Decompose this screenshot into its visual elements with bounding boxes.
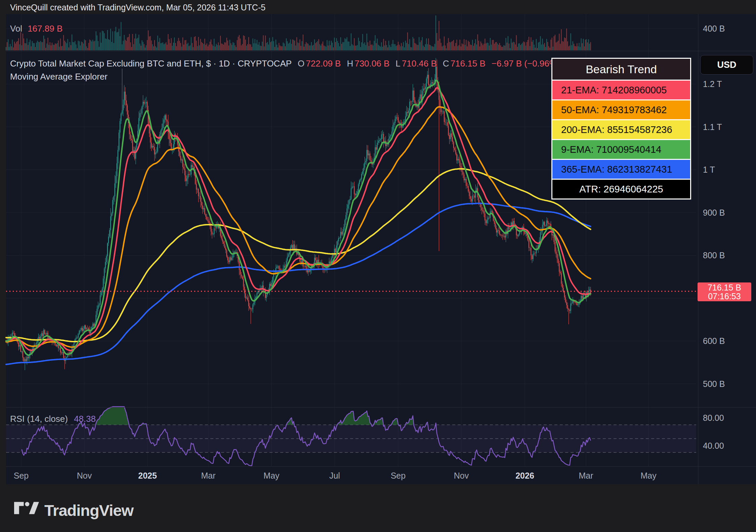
legend-trend-title: Bearish Trend [552, 59, 690, 80]
ma-explorer-legend: Bearish Trend 21-EMA: 71420896000550-EMA… [551, 58, 691, 200]
tradingview-logo-icon [14, 502, 39, 519]
ohlc-close-value: 716.15 B [451, 58, 486, 69]
legend-row: 50-EMA: 749319783462 [552, 99, 690, 119]
rsi-axis-tick: 40.00 [703, 441, 724, 451]
time-axis-month-label: Mar [569, 471, 603, 481]
legend-row: 200-EMA: 855154587236 [552, 119, 690, 139]
ohlc-change: −6.97 B (−0.96%) [492, 58, 560, 69]
symbol-title-row: Crypto Total Market Cap Excluding BTC an… [10, 58, 560, 69]
price-axis-tick: 1 T [703, 165, 715, 175]
time-axis-month-label: Sep [381, 471, 415, 481]
price-axis-tick: 900 B [703, 208, 725, 218]
legend-rows: 21-EMA: 71420896000550-EMA: 749319783462… [552, 80, 690, 198]
legend-row: 21-EMA: 714208960005 [552, 80, 690, 99]
ohlc-high-label: H [347, 58, 353, 69]
currency-toggle-button[interactable]: USD [700, 55, 753, 75]
volume-axis-tick: 400 B [703, 24, 725, 34]
ohlc-high-value: 730.06 B [354, 58, 389, 69]
tradingview-chart-page: VinceQuill created with TradingView.com,… [0, 0, 756, 532]
ohlc-open: O722.09 B [298, 58, 341, 69]
time-axis-month-label: Nov [68, 471, 101, 481]
rsi-axis-tick: 80.00 [703, 413, 724, 423]
indicator-title[interactable]: Moving Average Explorer [10, 72, 108, 82]
time-axis-month-label: Sep [4, 471, 38, 481]
volume-label[interactable]: Vol [10, 24, 22, 34]
legend-row: ATR: 26946064225 [552, 179, 690, 198]
price-axis-tick: 500 B [703, 379, 725, 389]
time-axis-month-label: Jul [318, 471, 351, 481]
ohlc-open-label: O [298, 58, 304, 69]
last-price-value: 716.15 B [698, 283, 751, 292]
time-axis-month-label: May [632, 471, 665, 481]
ohlc-close-label: C [443, 58, 449, 69]
last-price-countdown: 07:16:53 [698, 292, 751, 301]
legend-row: 365-EMA: 862313827431 [552, 159, 690, 179]
price-axis-tick: 800 B [703, 251, 725, 260]
ohlc-low-label: L [395, 58, 400, 69]
volume-indicator-row: Vol 167.89 B [10, 24, 62, 34]
time-axis-month-label: Nov [445, 471, 478, 481]
price-axis-tick: 600 B [703, 336, 725, 346]
tradingview-logo[interactable]: TradingView [14, 501, 133, 520]
ohlc-open-value: 722.09 B [306, 58, 341, 69]
price-axis-tick: 1.2 T [703, 79, 722, 89]
time-axis-month-label: Mar [192, 471, 225, 481]
symbol-title[interactable]: Crypto Total Market Cap Excluding BTC an… [10, 58, 292, 69]
time-axis-year-label: 2026 [508, 471, 542, 481]
ohlc-close: C716.15 B [443, 58, 486, 69]
rsi-label[interactable]: RSI (14, close) [10, 414, 68, 424]
rsi-value: 48.38 [74, 414, 96, 424]
legend-row: 9-EMA: 710009540414 [552, 139, 690, 159]
rsi-indicator-row: RSI (14, close) 48.38 [10, 414, 96, 424]
time-axis-month-label: May [255, 471, 288, 481]
ohlc-low: L710.46 B [395, 58, 437, 69]
volume-value: 167.89 B [28, 24, 62, 34]
time-axis-year-label: 2025 [131, 471, 164, 481]
ohlc-low-value: 710.46 B [402, 58, 437, 69]
tradingview-logo-text: TradingView [44, 501, 133, 520]
ohlc-high: H730.06 B [347, 58, 389, 69]
last-price-label: 716.15 B 07:16:53 [698, 282, 751, 301]
attribution-bar: VinceQuill created with TradingView.com,… [10, 0, 265, 14]
price-axis-tick: 1.1 T [703, 122, 722, 132]
